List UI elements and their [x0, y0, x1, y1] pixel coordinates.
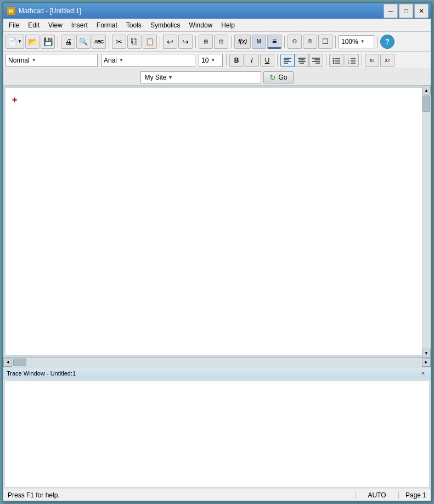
- sep1: [58, 36, 58, 48]
- font-dropdown[interactable]: Arial ▼: [101, 54, 195, 67]
- redo-icon: ↪: [182, 37, 189, 46]
- menu-file[interactable]: File: [4, 20, 24, 30]
- list-ordered-button[interactable]: 1. 2. 3.: [345, 54, 359, 67]
- align-left-button[interactable]: [280, 54, 295, 67]
- save-button[interactable]: 💾: [41, 35, 55, 49]
- scroll-track-vertical[interactable]: [422, 94, 431, 349]
- open-icon: 📂: [28, 37, 37, 46]
- font-value: Arial: [104, 57, 117, 64]
- italic-button[interactable]: I: [245, 54, 259, 67]
- align-center-button[interactable]: [295, 54, 309, 67]
- minimize-button[interactable]: ─: [384, 4, 398, 18]
- bold-button[interactable]: B: [229, 54, 244, 67]
- status-mode: AUTO: [355, 491, 399, 499]
- page-canvas[interactable]: +: [5, 88, 422, 355]
- scroll-right-button[interactable]: ►: [422, 358, 431, 367]
- svg-point-14: [333, 60, 335, 61]
- status-help-text: Press F1 for help.: [8, 491, 355, 499]
- trace-window-header: Trace Window - Untitled:1 ×: [3, 367, 431, 379]
- subscript-button[interactable]: x2: [380, 54, 394, 67]
- scroll-left-button[interactable]: ◄: [3, 358, 12, 367]
- align-right-icon: [312, 57, 320, 64]
- close-button[interactable]: ✕: [414, 4, 429, 18]
- scroll-thumb-vertical[interactable]: [422, 96, 430, 112]
- help-button[interactable]: ?: [380, 35, 394, 49]
- scroll-track-horizontal[interactable]: [12, 358, 422, 367]
- cut-icon: ✂: [116, 37, 122, 46]
- go-button[interactable]: ↻ Go: [263, 71, 293, 83]
- menu-view[interactable]: View: [44, 20, 67, 30]
- title-controls: ─ □ ✕: [384, 4, 429, 18]
- open-button[interactable]: 📂: [25, 35, 40, 49]
- trace-window-close-button[interactable]: ×: [419, 369, 427, 378]
- toolbar2-formatting: Normal ▼ Arial ▼ 10 ▼ B I U: [3, 52, 431, 69]
- matrix-button[interactable]: M: [252, 35, 266, 49]
- alignment-group: [280, 54, 323, 67]
- scroll-up-button[interactable]: ▲: [422, 86, 431, 94]
- scroll-down-button[interactable]: ▼: [422, 349, 431, 357]
- resources-button[interactable]: ®: [303, 35, 317, 49]
- list-unordered-icon: [332, 57, 340, 64]
- sep4: [195, 36, 196, 48]
- menu-help[interactable]: Help: [217, 20, 239, 30]
- style-dropdown[interactable]: Normal ▼: [5, 54, 98, 67]
- scrollbar-horizontal: ◄ ►: [3, 357, 431, 366]
- print-button[interactable]: 🖨: [61, 35, 75, 49]
- insert-region-button[interactable]: ⊞: [199, 35, 213, 49]
- sep2: [109, 36, 109, 48]
- superscript-button[interactable]: x2: [365, 54, 379, 67]
- insert-cursor: +: [12, 96, 17, 104]
- menu-tools[interactable]: Tools: [122, 20, 146, 30]
- status-page: Page 1: [399, 491, 426, 499]
- title-bar: M Mathcad - [Untitled:1] ─ □ ✕: [3, 3, 431, 19]
- go-label: Go: [278, 74, 287, 81]
- copy-special-button[interactable]: ©: [288, 35, 302, 49]
- size-dropdown[interactable]: 10 ▼: [199, 54, 223, 67]
- style-arrow: ▼: [32, 58, 36, 63]
- undo-button[interactable]: ↩: [163, 35, 177, 49]
- underline-button[interactable]: U: [260, 54, 274, 67]
- redo-button[interactable]: ↪: [178, 35, 193, 49]
- status-bar: Press F1 for help. AUTO Page 1: [3, 489, 431, 501]
- trace-window-content: [4, 380, 430, 488]
- save-icon: 💾: [43, 37, 53, 46]
- align-right-button[interactable]: [309, 54, 323, 67]
- undo-icon: ↩: [167, 37, 173, 46]
- paste-button[interactable]: 📋: [143, 35, 157, 49]
- print-preview-icon: 🔍: [79, 37, 88, 46]
- fmt-sep2: [277, 54, 278, 66]
- app-icon: M: [7, 7, 15, 15]
- sep5: [231, 36, 232, 48]
- document-area: + ▲ ▼: [3, 86, 431, 357]
- menu-format[interactable]: Format: [92, 20, 122, 30]
- function-button[interactable]: f(x): [234, 35, 251, 49]
- toolbar1: 📄 ▼ 📂 💾 🖨 🔍 ABC ✂ ⿻ 📋 ↩: [3, 32, 431, 52]
- bold-icon: B: [234, 57, 239, 64]
- maximize-button[interactable]: □: [399, 4, 413, 18]
- window-style-button[interactable]: ☐: [318, 35, 332, 49]
- menu-window[interactable]: Window: [185, 20, 217, 30]
- spell-check-icon: ABC: [94, 39, 104, 44]
- content-wrapper: + ▲ ▼: [3, 86, 431, 357]
- svg-point-12: [333, 58, 335, 59]
- size-arrow: ▼: [211, 58, 215, 63]
- new-icon: 📄: [8, 37, 17, 46]
- print-preview-button[interactable]: 🔍: [76, 35, 91, 49]
- copy-button[interactable]: ⿻: [127, 35, 142, 49]
- equals-button[interactable]: ≡: [267, 35, 281, 49]
- list-unordered-button[interactable]: [329, 54, 343, 67]
- zoom-dropdown[interactable]: 100% ▼: [339, 35, 374, 48]
- address-input[interactable]: My Site ▼: [140, 71, 261, 83]
- cut-button[interactable]: ✂: [112, 35, 126, 49]
- menu-edit[interactable]: Edit: [24, 20, 44, 30]
- copy-icon: ⿻: [131, 37, 138, 46]
- scroll-thumb-horizontal[interactable]: [13, 359, 26, 366]
- font-arrow: ▼: [119, 58, 123, 63]
- insert-component-button[interactable]: ⊡: [214, 35, 228, 49]
- trace-window: Trace Window - Untitled:1 ×: [3, 366, 431, 489]
- menu-symbolics[interactable]: Symbolics: [146, 20, 185, 30]
- italic-icon: I: [251, 57, 252, 64]
- spell-check-button[interactable]: ABC: [92, 35, 106, 49]
- new-button[interactable]: 📄 ▼: [5, 35, 24, 49]
- menu-insert[interactable]: Insert: [67, 20, 92, 30]
